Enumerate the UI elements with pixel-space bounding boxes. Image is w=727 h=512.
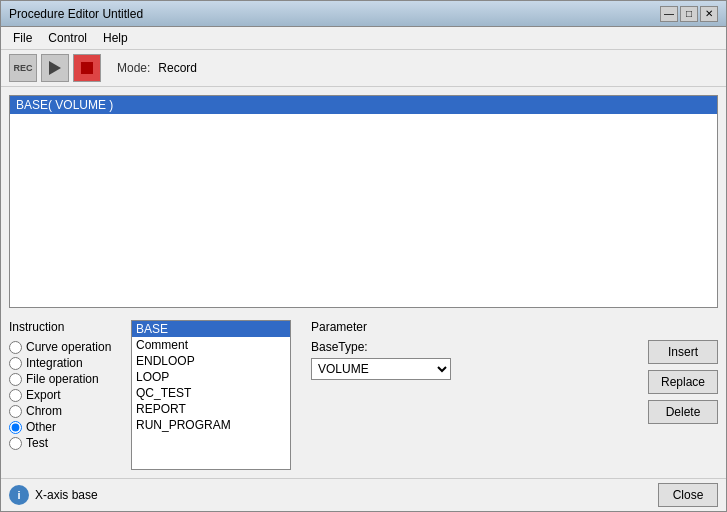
menu-control[interactable]: Control [40, 29, 95, 47]
radio-other-input[interactable] [9, 421, 22, 434]
stop-button[interactable] [73, 54, 101, 82]
parameter-panel: Parameter BaseType: VOLUME TIME PEAK [303, 320, 636, 380]
radio-other-label: Other [26, 420, 56, 434]
menu-file[interactable]: File [5, 29, 40, 47]
radio-chrom[interactable]: Chrom [9, 404, 119, 418]
play-icon [49, 61, 61, 75]
menu-help[interactable]: Help [95, 29, 136, 47]
radio-chrom-label: Chrom [26, 404, 62, 418]
radio-curve[interactable]: Curve operation [9, 340, 119, 354]
title-bar: Procedure Editor Untitled — □ ✕ [1, 1, 726, 27]
action-buttons: Insert Replace Delete [648, 320, 718, 424]
list-item-loop[interactable]: LOOP [132, 369, 290, 385]
radio-export-label: Export [26, 388, 61, 402]
list-item-endloop[interactable]: ENDLOOP [132, 353, 290, 369]
close-window-button[interactable]: ✕ [700, 6, 718, 22]
radio-integration[interactable]: Integration [9, 356, 119, 370]
minimize-button[interactable]: — [660, 6, 678, 22]
list-item-base[interactable]: BASE [132, 321, 290, 337]
mode-label: Mode: [117, 61, 150, 75]
replace-button[interactable]: Replace [648, 370, 718, 394]
radio-file[interactable]: File operation [9, 372, 119, 386]
radio-test-input[interactable] [9, 437, 22, 450]
maximize-button[interactable]: □ [680, 6, 698, 22]
stop-icon [81, 62, 93, 74]
code-row[interactable]: BASE( VOLUME ) [10, 96, 717, 114]
info-icon: i [9, 485, 29, 505]
toolbar: REC Mode: Record [1, 50, 726, 87]
footer: i X-axis base Close [1, 478, 726, 511]
base-type-select[interactable]: VOLUME TIME PEAK [311, 358, 451, 380]
radio-integration-label: Integration [26, 356, 83, 370]
instruction-panel: Instruction Curve operation Integration … [9, 320, 119, 450]
main-content: BASE( VOLUME ) Instruction Curve operati… [1, 87, 726, 478]
radio-export[interactable]: Export [9, 388, 119, 402]
title-bar-buttons: — □ ✕ [660, 6, 718, 22]
footer-label: X-axis base [35, 488, 98, 502]
list-item-report[interactable]: REPORT [132, 401, 290, 417]
instruction-title: Instruction [9, 320, 119, 334]
base-type-label: BaseType: [311, 340, 628, 354]
radio-test-label: Test [26, 436, 48, 450]
list-item-comment[interactable]: Comment [132, 337, 290, 353]
delete-button[interactable]: Delete [648, 400, 718, 424]
insert-button[interactable]: Insert [648, 340, 718, 364]
radio-other[interactable]: Other [9, 420, 119, 434]
radio-group: Curve operation Integration File operati… [9, 340, 119, 450]
radio-curve-label: Curve operation [26, 340, 111, 354]
menubar: File Control Help [1, 27, 726, 50]
radio-curve-input[interactable] [9, 341, 22, 354]
close-button[interactable]: Close [658, 483, 718, 507]
play-button[interactable] [41, 54, 69, 82]
bottom-section: Instruction Curve operation Integration … [9, 320, 718, 470]
list-item-runprogram[interactable]: RUN_PROGRAM [132, 417, 290, 433]
mode-value: Record [158, 61, 197, 75]
instruction-list[interactable]: BASE Comment ENDLOOP LOOP QC_TEST REPORT… [131, 320, 291, 470]
list-item-qctest[interactable]: QC_TEST [132, 385, 290, 401]
footer-left: i X-axis base [9, 485, 98, 505]
radio-file-label: File operation [26, 372, 99, 386]
radio-export-input[interactable] [9, 389, 22, 402]
radio-test[interactable]: Test [9, 436, 119, 450]
radio-chrom-input[interactable] [9, 405, 22, 418]
radio-file-input[interactable] [9, 373, 22, 386]
procedure-editor-window: Procedure Editor Untitled — □ ✕ File Con… [0, 0, 727, 512]
window-title: Procedure Editor Untitled [9, 7, 143, 21]
parameter-title: Parameter [311, 320, 628, 334]
radio-integration-input[interactable] [9, 357, 22, 370]
code-area[interactable]: BASE( VOLUME ) [9, 95, 718, 308]
record-button[interactable]: REC [9, 54, 37, 82]
